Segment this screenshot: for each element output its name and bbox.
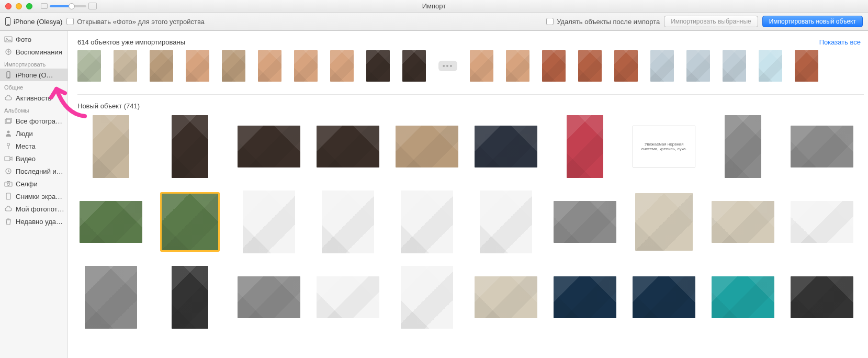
sidebar-item-screenshots[interactable]: Снимки экра…: [0, 190, 67, 203]
close-window-button[interactable]: [5, 3, 12, 9]
thumbnail[interactable]: [161, 193, 219, 251]
thumbnail[interactable]: [366, 50, 390, 82]
sidebar-item-recently-deleted[interactable]: Недавно уда…: [0, 215, 67, 228]
window-controls: [0, 3, 32, 9]
sidebar-item-all-photos[interactable]: Все фотогра…: [0, 115, 67, 127]
thumbnail[interactable]: [222, 50, 245, 82]
sidebar-item-places[interactable]: Места: [0, 140, 67, 152]
thumbnail[interactable]: [542, 50, 566, 82]
thumbnail[interactable]: [258, 50, 281, 82]
new-items-grid: Уважаемая нервная система, крепись, сука…: [77, 115, 864, 329]
thumbnail[interactable]: [294, 50, 318, 82]
thumbnail[interactable]: [401, 266, 453, 329]
sidebar-item-activity[interactable]: Активность: [0, 92, 67, 104]
show-all-link[interactable]: Показать все: [819, 38, 861, 46]
thumbnail[interactable]: [172, 115, 208, 178]
svg-point-7: [7, 131, 10, 133]
sidebar-item-label: Места: [16, 142, 36, 150]
quote-text: Уважаемая нервная система, крепись, сука…: [636, 142, 692, 151]
thumbnail[interactable]: [635, 193, 693, 251]
thumbnail[interactable]: [396, 126, 458, 167]
thumbnail[interactable]: [725, 115, 761, 178]
import-selected-button[interactable]: Импортировать выбранные: [664, 16, 758, 27]
thumbnail[interactable]: [317, 276, 379, 318]
sidebar-item-label: Снимки экра…: [16, 193, 62, 200]
thumbnail[interactable]: [114, 50, 137, 82]
thumbnail[interactable]: [243, 191, 295, 253]
sidebar-item-selfies[interactable]: Селфи: [0, 177, 67, 190]
thumbnail[interactable]: [567, 115, 603, 178]
thumbnail[interactable]: [238, 276, 300, 318]
clock-icon: [4, 167, 13, 175]
thumbnail[interactable]: [614, 50, 638, 82]
trash-icon: [4, 218, 13, 225]
zoom-in-icon: [88, 3, 97, 9]
thumbnail[interactable]: [470, 50, 493, 82]
thumbnail[interactable]: [475, 126, 537, 167]
thumbnail[interactable]: [186, 50, 209, 82]
fullscreen-window-button[interactable]: [26, 3, 32, 9]
thumbnail[interactable]: [480, 191, 532, 253]
thumbnail[interactable]: [712, 276, 774, 318]
sidebar-item-photostream[interactable]: Мой фотопот…: [0, 203, 67, 215]
thumbnail[interactable]: [317, 126, 379, 167]
thumbnail[interactable]: [322, 191, 374, 253]
person-icon: [4, 130, 13, 137]
zoom-thumb[interactable]: [69, 3, 75, 9]
checkbox-icon[interactable]: [546, 18, 554, 25]
sidebar-item-photos[interactable]: Фото: [0, 33, 67, 46]
thumbnail[interactable]: [554, 201, 616, 243]
cloud-icon: [4, 94, 13, 102]
sidebar-item-videos[interactable]: Видео: [0, 152, 67, 165]
thumbnail[interactable]: [77, 50, 101, 82]
thumbnail[interactable]: [238, 126, 300, 167]
sidebar-item-memories[interactable]: Воспоминания: [0, 46, 67, 58]
thumbnail[interactable]: [172, 266, 208, 329]
thumbnail[interactable]: [759, 50, 782, 82]
phone-icon: [4, 71, 13, 79]
sidebar-item-last-import[interactable]: Последний и…: [0, 165, 67, 177]
sidebar-item-label: Активность: [16, 94, 51, 102]
thumbnail[interactable]: [401, 191, 453, 253]
thumbnail[interactable]: [85, 266, 137, 329]
thumbnail-zoom: [41, 3, 97, 9]
photos-icon: [4, 36, 13, 43]
open-photos-checkbox[interactable]: Открывать «Фото» для этого устройства: [66, 18, 205, 26]
thumbnail[interactable]: [723, 50, 746, 82]
svg-rect-4: [8, 77, 9, 77]
delete-after-import-checkbox[interactable]: Удалять объекты после импорта: [546, 18, 660, 26]
svg-point-12: [7, 183, 10, 186]
device-indicator: iPhone (Olesya): [5, 17, 62, 26]
thumbnail[interactable]: [791, 201, 853, 243]
sidebar-item-people[interactable]: Люди: [0, 127, 67, 140]
thumbnail[interactable]: Уважаемая нервная система, крепись, сука…: [633, 126, 695, 167]
sidebar-item-iphone[interactable]: iPhone (O…: [0, 69, 67, 81]
sidebar-section-shared: Общие: [0, 81, 67, 92]
checkbox-icon[interactable]: [66, 18, 74, 25]
thumbnail[interactable]: [791, 276, 853, 318]
thumbnail[interactable]: [791, 126, 853, 167]
thumbnail[interactable]: [578, 50, 602, 82]
screenshot-icon: [4, 193, 13, 200]
thumbnail[interactable]: [506, 50, 529, 82]
sidebar-item-label: Люди: [16, 130, 33, 138]
sidebar-item-label: Мой фотопот…: [16, 205, 64, 213]
thumbnail[interactable]: [402, 50, 426, 82]
thumbnail[interactable]: [686, 50, 710, 82]
thumbnail[interactable]: [554, 276, 616, 318]
thumbnail[interactable]: [93, 115, 129, 178]
thumbnail[interactable]: [475, 276, 537, 318]
zoom-slider[interactable]: [50, 5, 86, 7]
more-icon[interactable]: •••: [438, 61, 457, 71]
thumbnail[interactable]: [633, 276, 695, 318]
thumbnail[interactable]: [330, 50, 354, 82]
thumbnail[interactable]: [795, 50, 818, 82]
minimize-window-button[interactable]: [16, 3, 22, 9]
memories-icon: [4, 48, 13, 55]
main-content: 614 объектов уже импортированы Показать …: [68, 31, 868, 358]
thumbnail[interactable]: [80, 201, 142, 243]
thumbnail[interactable]: [712, 201, 774, 243]
thumbnail[interactable]: [150, 50, 173, 82]
import-new-button[interactable]: Импортировать новый объект: [762, 16, 863, 27]
thumbnail[interactable]: [650, 50, 674, 82]
